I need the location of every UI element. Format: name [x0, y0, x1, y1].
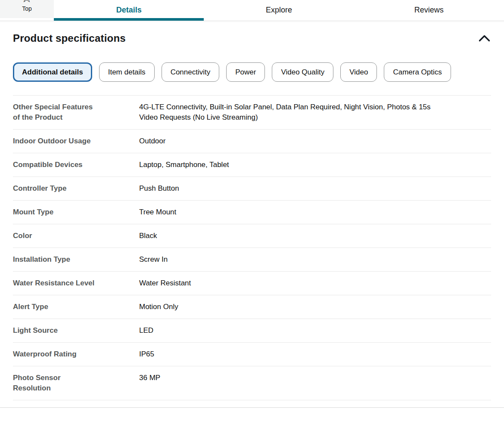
spec-table: Other Special Features of the Product 4G… — [13, 95, 491, 400]
spec-label: Other Special Features of the Product — [13, 102, 95, 123]
table-row: Water Resistance Level Water Resistant — [13, 272, 491, 295]
table-row: Photo Sensor Resolution 36 MP — [13, 366, 491, 400]
spec-value: LED — [139, 325, 153, 336]
chevron-up-icon — [479, 35, 490, 42]
spec-label: Controller Type — [13, 183, 95, 194]
chip-label: Item details — [108, 68, 146, 77]
spec-category-chip[interactable]: Video — [340, 62, 377, 82]
product-specifications-section: Product specifications Additional detail… — [0, 32, 504, 408]
spec-value: 36 MP — [139, 373, 160, 393]
spec-value: 4G-LTE Connectivity, Built-in Solar Pane… — [139, 102, 432, 123]
table-row: Color Black — [13, 224, 491, 248]
tab-group: Details Explore Reviews — [54, 0, 504, 21]
spec-value: Water Resistant — [139, 278, 191, 288]
spec-label: Alert Type — [13, 302, 95, 312]
spec-value: Screw In — [139, 254, 168, 265]
spec-label: Indoor Outdoor Usage — [13, 136, 95, 146]
chip-label: Additional details — [22, 68, 83, 77]
tab-label: Explore — [266, 6, 292, 14]
spec-category-chip[interactable]: Video Quality — [272, 62, 333, 82]
spec-value: Outdoor — [139, 136, 165, 146]
section-divider — [0, 407, 504, 408]
spec-value: Tree Mount — [139, 207, 176, 217]
spec-category-chip[interactable]: Camera Optics — [384, 62, 451, 82]
spec-value: Motion Only — [139, 302, 178, 312]
table-row: Installation Type Screw In — [13, 248, 491, 272]
page-title: Product specifications — [13, 32, 126, 44]
spec-value: Push Button — [139, 183, 179, 194]
chip-label: Power — [235, 68, 256, 77]
tab[interactable]: Reviews — [354, 0, 504, 21]
spec-category-chip[interactable]: Item details — [99, 62, 155, 82]
star-icon: ☆ — [20, 0, 34, 4]
spec-category-chip[interactable]: Connectivity — [162, 62, 220, 82]
spec-label: Color — [13, 231, 95, 241]
spec-category-chips: Additional details Item details Connecti… — [13, 62, 491, 82]
table-row: Other Special Features of the Product 4G… — [13, 96, 491, 130]
spec-value: Black — [139, 231, 157, 241]
table-row: Compatible Devices Laptop, Smartphone, T… — [13, 153, 491, 177]
spec-label: Light Source — [13, 325, 95, 336]
collapse-section-button[interactable] — [478, 33, 491, 43]
spec-label: Waterproof Rating — [13, 349, 95, 359]
spec-label: Compatible Devices — [13, 160, 95, 170]
table-row: Alert Type Motion Only — [13, 295, 491, 319]
chip-label: Video Quality — [281, 68, 324, 77]
chip-label: Camera Optics — [393, 68, 442, 77]
chip-label: Connectivity — [171, 68, 211, 77]
tab[interactable]: Details — [54, 0, 204, 21]
spec-label: Water Resistance Level — [13, 278, 95, 288]
spec-label: Photo Sensor Resolution — [13, 373, 95, 393]
tab-top[interactable]: ☆ Top — [0, 0, 54, 18]
tab-label: Reviews — [414, 6, 444, 14]
chip-label: Video — [349, 68, 368, 77]
spec-category-chip[interactable]: Power — [226, 62, 265, 82]
spec-category-chip[interactable]: Additional details — [13, 62, 92, 82]
table-row: Waterproof Rating IP65 — [13, 343, 491, 366]
spec-label: Mount Type — [13, 207, 95, 217]
table-row: Controller Type Push Button — [13, 177, 491, 201]
spec-value: IP65 — [139, 349, 154, 359]
table-row: Indoor Outdoor Usage Outdoor — [13, 130, 491, 153]
spec-label: Installation Type — [13, 254, 95, 265]
tab[interactable]: Explore — [204, 0, 354, 21]
tab-label: Details — [116, 6, 142, 14]
spec-value: Laptop, Smartphone, Tablet — [139, 160, 229, 170]
table-row: Mount Type Tree Mount — [13, 201, 491, 224]
tab-bar: ☆ Top Details Explore Reviews — [0, 0, 504, 21]
table-row: Light Source LED — [13, 319, 491, 343]
tab-top-label: Top — [22, 5, 32, 12]
section-header: Product specifications — [13, 32, 491, 44]
